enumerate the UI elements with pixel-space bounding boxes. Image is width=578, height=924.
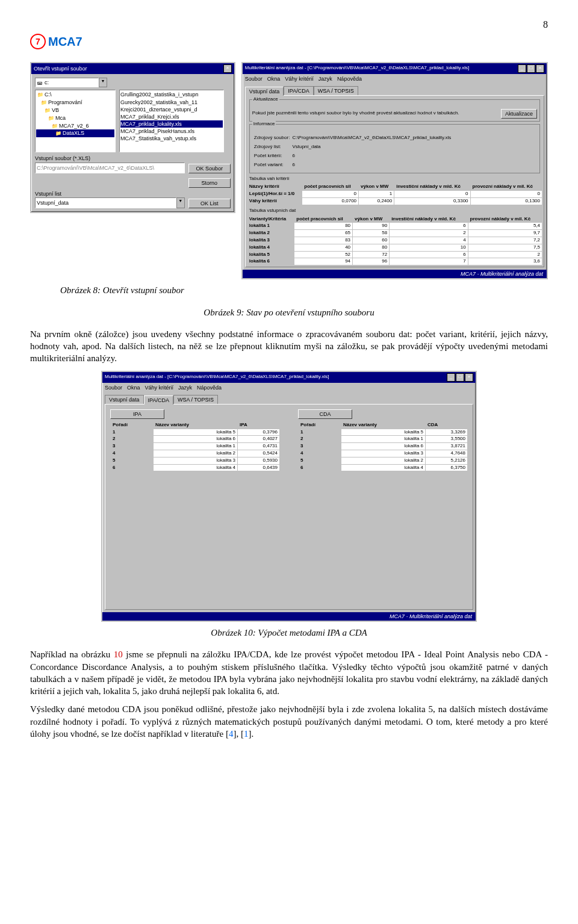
menu-item[interactable]: Váhy kritérií bbox=[145, 384, 174, 391]
col-header: výkon v MW bbox=[353, 215, 390, 223]
table-row: lokalita 5527262 bbox=[247, 251, 542, 258]
table-row: 4lokalita 20,5424 bbox=[111, 450, 280, 457]
table-row: 3lokalita 63,8721 bbox=[299, 443, 468, 450]
tab-wsa-topsis[interactable]: WSA / TOPSIS bbox=[173, 395, 218, 404]
tab-ipa-cda[interactable]: IPA/CDA bbox=[144, 395, 173, 405]
cda-button[interactable]: CDA bbox=[298, 409, 352, 419]
list-item[interactable]: Grulling2002_statistika_i_vstupn bbox=[120, 91, 223, 98]
storno-button[interactable]: Storno bbox=[188, 178, 231, 188]
folder-tree[interactable]: C:\ Programování VB Mca MCA7_v2_6 DataXL… bbox=[35, 90, 116, 152]
menu-item[interactable]: Váhy kritérií bbox=[285, 75, 314, 82]
col-header: Pořadí bbox=[299, 421, 341, 429]
status-bar: MCA7 - Multikriteriální analýza dat bbox=[102, 612, 476, 621]
figure-ref: 10 bbox=[114, 650, 123, 659]
tree-item[interactable]: DataXLS bbox=[36, 129, 114, 137]
tree-item[interactable]: MCA7_v2_6 bbox=[36, 122, 114, 130]
ok-list-button[interactable]: OK List bbox=[188, 199, 231, 208]
table-row: Lepší(1)/Hor.ší = 1/0 0 1 0 0 bbox=[247, 191, 542, 198]
data-table: Varianty\Kritéria počet pracovních sil v… bbox=[247, 215, 542, 266]
menu-item[interactable]: Nápověda bbox=[197, 384, 222, 391]
menu-item[interactable]: Jazyk bbox=[178, 384, 192, 391]
sheet-field[interactable]: Vstupní_data bbox=[35, 197, 176, 208]
calc-window: Multikriteriální ananlýza dat - [C:\Prog… bbox=[101, 371, 477, 622]
minimize-icon[interactable]: _ bbox=[447, 373, 455, 382]
status-bar: MCA7 - Multikriteriální analýza dat bbox=[243, 270, 547, 278]
open-file-dialog: Otevřít vstupní soubor × c: ▼ C:\ Progra… bbox=[30, 62, 235, 213]
tree-item[interactable]: VB bbox=[36, 107, 114, 114]
info-key: Počet variant: bbox=[253, 161, 291, 169]
drive-field[interactable]: c: bbox=[45, 79, 49, 86]
table-row: lokalita 3836047,2 bbox=[247, 237, 542, 244]
col-header: výkon v MW bbox=[359, 184, 394, 191]
minimize-icon[interactable]: _ bbox=[518, 64, 526, 73]
info-key: Zdrojový list: bbox=[253, 143, 291, 151]
info-val: 6 bbox=[291, 161, 452, 169]
col-header: IPA bbox=[238, 421, 280, 429]
logo-seven-icon: 7 bbox=[30, 34, 46, 49]
info-key: Počet kritérií: bbox=[253, 152, 291, 160]
table-row: 1lokalita 50,3796 bbox=[111, 429, 280, 436]
col-header: CDA bbox=[426, 421, 468, 429]
ok-soubor-button[interactable]: OK Soubor bbox=[188, 164, 231, 173]
maximize-icon[interactable]: □ bbox=[456, 373, 464, 382]
menu-item[interactable]: Jazyk bbox=[319, 75, 332, 82]
col-header: Pořadí bbox=[111, 421, 154, 429]
col-header: Název varianty bbox=[341, 421, 425, 429]
tab-wsa-topsis[interactable]: WSA / TOPSIS bbox=[314, 86, 358, 95]
col-header: Varianty\Kritéria bbox=[247, 215, 294, 223]
list-item[interactable]: MCA7_Statistika_vah_vstup.xls bbox=[120, 135, 223, 142]
aktualizace-button[interactable]: Aktualizace bbox=[501, 109, 537, 119]
dialog-title: Otevřít vstupní soubor bbox=[34, 65, 87, 72]
list-item[interactable]: Krejci2001_dizertace_vstupni_d bbox=[120, 106, 223, 113]
table-row: 1lokalita 53,3269 bbox=[299, 429, 468, 436]
table-row: 5lokalita 30,5930 bbox=[111, 457, 280, 464]
tab-vstupni-data[interactable]: Vstupní data bbox=[245, 87, 284, 96]
close-icon[interactable]: × bbox=[536, 64, 544, 73]
list-item[interactable]: Gurecky2002_statistika_vah_11 bbox=[120, 99, 223, 106]
list-item[interactable]: MCA7_priklad_PisekHanus.xls bbox=[120, 128, 223, 135]
col-header: provozní náklady v mil. Kč bbox=[470, 184, 542, 191]
chevron-down-icon[interactable]: ▼ bbox=[99, 78, 107, 88]
list-item[interactable]: MCA7_priklad_lokality.xls bbox=[120, 120, 223, 128]
maximize-icon[interactable]: □ bbox=[527, 64, 535, 73]
info-val: C:\Programování\VB\Mca\MCA7_v2_6\DataXLS… bbox=[291, 134, 452, 142]
chevron-down-icon[interactable]: ▼ bbox=[176, 197, 185, 208]
close-icon[interactable]: × bbox=[223, 64, 232, 73]
menu-item[interactable]: Okna bbox=[127, 384, 140, 391]
path-field[interactable]: C:\Programování\VB\Mca\MCA7_v2_6\DataXLS… bbox=[35, 163, 185, 173]
cda-table: Pořadí Název varianty CDA 1lokalita 53,3… bbox=[298, 421, 468, 472]
table-row: 4lokalita 34,7648 bbox=[299, 450, 468, 457]
input-label: Vstupní soubor (*.XLS) bbox=[35, 155, 185, 162]
tree-item[interactable]: C:\ bbox=[36, 91, 114, 99]
close-icon[interactable]: × bbox=[465, 373, 473, 382]
col-header: počet pracovních sil bbox=[302, 184, 359, 191]
page-number: 8 bbox=[30, 18, 548, 31]
group-label: Informace bbox=[252, 121, 276, 128]
tabs: Vstupní data IPA/CDA WSA / TOPSIS bbox=[102, 392, 476, 404]
tree-item[interactable]: Mca bbox=[36, 114, 114, 122]
figure-caption: Obrázek 8: Otevřít vstupní soubor bbox=[60, 284, 548, 296]
table-row: lokalita 1809065,4 bbox=[247, 223, 542, 230]
menu-item[interactable]: Nápověda bbox=[337, 75, 362, 82]
col-header: provozní náklady v mil. Kč bbox=[468, 215, 542, 223]
menu-item[interactable]: Soubor bbox=[105, 384, 122, 391]
drive-icon bbox=[37, 79, 43, 87]
menubar: Soubor Okna Váhy kritérií Jazyk Nápověda bbox=[243, 74, 547, 84]
table-caption: Tabulka vstupních dat bbox=[249, 208, 540, 214]
list-item[interactable]: MCA7_priklad_Krejci.xls bbox=[120, 113, 223, 120]
col-header: Názvy kritérií bbox=[247, 184, 302, 191]
tab-ipa-cda[interactable]: IPA/CDA bbox=[284, 86, 313, 95]
tab-vstupni-data[interactable]: Vstupní data bbox=[105, 395, 144, 404]
file-list[interactable]: Grulling2002_statistika_i_vstupn Gurecky… bbox=[119, 90, 224, 152]
menu-item[interactable]: Soubor bbox=[245, 75, 263, 82]
ipa-button[interactable]: IPA bbox=[110, 409, 164, 419]
table-row: 6lokalita 40,6439 bbox=[111, 464, 280, 471]
group-label: Aktualizace bbox=[252, 96, 279, 103]
body-text: Výsledky dané metodou CDA jsou poněkud o… bbox=[30, 703, 548, 740]
tree-item[interactable]: Programování bbox=[36, 99, 114, 107]
col-header: počet pracovních sil bbox=[294, 215, 353, 223]
menu-item[interactable]: Okna bbox=[267, 75, 281, 82]
table-row: 2lokalita 13,5500 bbox=[299, 436, 468, 443]
col-header: Název varianty bbox=[153, 421, 237, 429]
main-window: Multikriteriální ananlýza dat - [C:\Prog… bbox=[241, 62, 548, 280]
